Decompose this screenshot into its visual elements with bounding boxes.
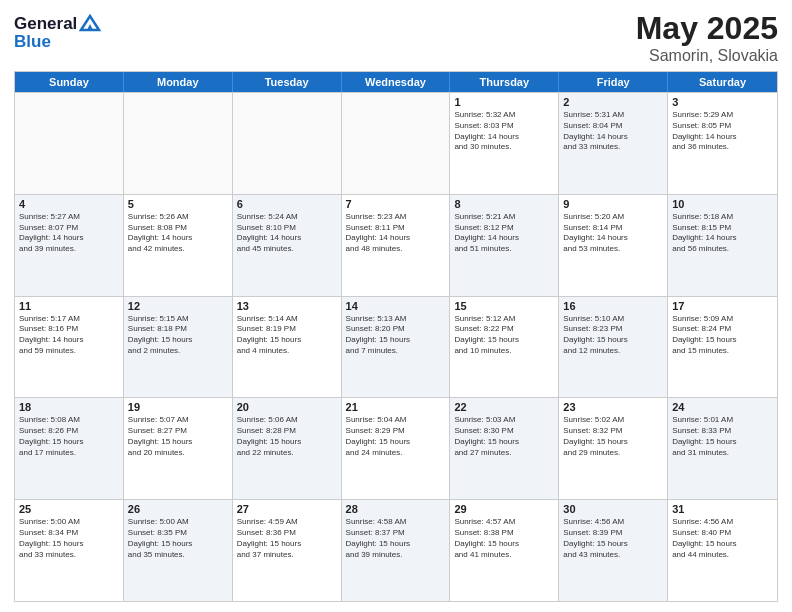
logo-general-text: General [14,14,77,34]
cell-info: Sunrise: 5:23 AM Sunset: 8:11 PM Dayligh… [346,212,446,255]
calendar-cell-r2c5: 16Sunrise: 5:10 AM Sunset: 8:23 PM Dayli… [559,297,668,398]
cell-info: Sunrise: 5:10 AM Sunset: 8:23 PM Dayligh… [563,314,663,357]
calendar-cell-r0c2 [233,93,342,194]
cell-info: Sunrise: 5:32 AM Sunset: 8:03 PM Dayligh… [454,110,554,153]
calendar-header: Sunday Monday Tuesday Wednesday Thursday… [15,72,777,92]
cell-info: Sunrise: 5:00 AM Sunset: 8:34 PM Dayligh… [19,517,119,560]
title-block: May 2025 Samorin, Slovakia [636,10,778,65]
cell-info: Sunrise: 5:03 AM Sunset: 8:30 PM Dayligh… [454,415,554,458]
day-number: 8 [454,198,554,210]
calendar-cell-r0c1 [124,93,233,194]
calendar: Sunday Monday Tuesday Wednesday Thursday… [14,71,778,602]
calendar-cell-r1c2: 6Sunrise: 5:24 AM Sunset: 8:10 PM Daylig… [233,195,342,296]
header: General Blue May 2025 Samorin, Slovakia [14,10,778,65]
day-number: 29 [454,503,554,515]
day-number: 21 [346,401,446,413]
day-number: 17 [672,300,773,312]
calendar-cell-r0c4: 1Sunrise: 5:32 AM Sunset: 8:03 PM Daylig… [450,93,559,194]
calendar-row-0: 1Sunrise: 5:32 AM Sunset: 8:03 PM Daylig… [15,92,777,194]
calendar-cell-r2c6: 17Sunrise: 5:09 AM Sunset: 8:24 PM Dayli… [668,297,777,398]
calendar-cell-r4c6: 31Sunrise: 4:56 AM Sunset: 8:40 PM Dayli… [668,500,777,601]
cell-info: Sunrise: 5:21 AM Sunset: 8:12 PM Dayligh… [454,212,554,255]
day-number: 10 [672,198,773,210]
day-number: 20 [237,401,337,413]
day-number: 23 [563,401,663,413]
day-number: 12 [128,300,228,312]
cell-info: Sunrise: 5:20 AM Sunset: 8:14 PM Dayligh… [563,212,663,255]
day-number: 30 [563,503,663,515]
cell-info: Sunrise: 5:01 AM Sunset: 8:33 PM Dayligh… [672,415,773,458]
day-number: 7 [346,198,446,210]
day-number: 19 [128,401,228,413]
calendar-cell-r4c3: 28Sunrise: 4:58 AM Sunset: 8:37 PM Dayli… [342,500,451,601]
sub-title: Samorin, Slovakia [636,47,778,65]
calendar-cell-r4c1: 26Sunrise: 5:00 AM Sunset: 8:35 PM Dayli… [124,500,233,601]
calendar-cell-r3c4: 22Sunrise: 5:03 AM Sunset: 8:30 PM Dayli… [450,398,559,499]
calendar-cell-r1c6: 10Sunrise: 5:18 AM Sunset: 8:15 PM Dayli… [668,195,777,296]
cell-info: Sunrise: 5:17 AM Sunset: 8:16 PM Dayligh… [19,314,119,357]
day-number: 4 [19,198,119,210]
main-title: May 2025 [636,10,778,47]
cell-info: Sunrise: 4:59 AM Sunset: 8:36 PM Dayligh… [237,517,337,560]
calendar-cell-r0c6: 3Sunrise: 5:29 AM Sunset: 8:05 PM Daylig… [668,93,777,194]
cell-info: Sunrise: 5:26 AM Sunset: 8:08 PM Dayligh… [128,212,228,255]
day-number: 5 [128,198,228,210]
header-saturday: Saturday [668,72,777,92]
calendar-cell-r2c4: 15Sunrise: 5:12 AM Sunset: 8:22 PM Dayli… [450,297,559,398]
calendar-cell-r0c3 [342,93,451,194]
calendar-cell-r0c5: 2Sunrise: 5:31 AM Sunset: 8:04 PM Daylig… [559,93,668,194]
cell-info: Sunrise: 4:58 AM Sunset: 8:37 PM Dayligh… [346,517,446,560]
day-number: 16 [563,300,663,312]
svg-marker-1 [87,24,93,30]
cell-info: Sunrise: 5:06 AM Sunset: 8:28 PM Dayligh… [237,415,337,458]
day-number: 24 [672,401,773,413]
header-sunday: Sunday [15,72,124,92]
page: General Blue May 2025 Samorin, Slovakia … [0,0,792,612]
cell-info: Sunrise: 4:57 AM Sunset: 8:38 PM Dayligh… [454,517,554,560]
calendar-cell-r0c0 [15,93,124,194]
day-number: 1 [454,96,554,108]
day-number: 11 [19,300,119,312]
cell-info: Sunrise: 5:18 AM Sunset: 8:15 PM Dayligh… [672,212,773,255]
calendar-cell-r1c5: 9Sunrise: 5:20 AM Sunset: 8:14 PM Daylig… [559,195,668,296]
calendar-cell-r2c3: 14Sunrise: 5:13 AM Sunset: 8:20 PM Dayli… [342,297,451,398]
day-number: 3 [672,96,773,108]
cell-info: Sunrise: 5:13 AM Sunset: 8:20 PM Dayligh… [346,314,446,357]
day-number: 14 [346,300,446,312]
header-wednesday: Wednesday [342,72,451,92]
cell-info: Sunrise: 5:00 AM Sunset: 8:35 PM Dayligh… [128,517,228,560]
calendar-cell-r3c1: 19Sunrise: 5:07 AM Sunset: 8:27 PM Dayli… [124,398,233,499]
calendar-cell-r2c2: 13Sunrise: 5:14 AM Sunset: 8:19 PM Dayli… [233,297,342,398]
day-number: 15 [454,300,554,312]
calendar-cell-r1c1: 5Sunrise: 5:26 AM Sunset: 8:08 PM Daylig… [124,195,233,296]
logo-blue-text: Blue [14,32,101,52]
day-number: 6 [237,198,337,210]
calendar-cell-r3c2: 20Sunrise: 5:06 AM Sunset: 8:28 PM Dayli… [233,398,342,499]
calendar-row-4: 25Sunrise: 5:00 AM Sunset: 8:34 PM Dayli… [15,499,777,601]
cell-info: Sunrise: 5:31 AM Sunset: 8:04 PM Dayligh… [563,110,663,153]
calendar-row-1: 4Sunrise: 5:27 AM Sunset: 8:07 PM Daylig… [15,194,777,296]
calendar-cell-r2c1: 12Sunrise: 5:15 AM Sunset: 8:18 PM Dayli… [124,297,233,398]
calendar-cell-r3c0: 18Sunrise: 5:08 AM Sunset: 8:26 PM Dayli… [15,398,124,499]
cell-info: Sunrise: 4:56 AM Sunset: 8:39 PM Dayligh… [563,517,663,560]
calendar-cell-r1c4: 8Sunrise: 5:21 AM Sunset: 8:12 PM Daylig… [450,195,559,296]
calendar-body: 1Sunrise: 5:32 AM Sunset: 8:03 PM Daylig… [15,92,777,601]
cell-info: Sunrise: 5:09 AM Sunset: 8:24 PM Dayligh… [672,314,773,357]
cell-info: Sunrise: 5:15 AM Sunset: 8:18 PM Dayligh… [128,314,228,357]
day-number: 26 [128,503,228,515]
calendar-cell-r4c5: 30Sunrise: 4:56 AM Sunset: 8:39 PM Dayli… [559,500,668,601]
day-number: 13 [237,300,337,312]
header-thursday: Thursday [450,72,559,92]
cell-info: Sunrise: 5:07 AM Sunset: 8:27 PM Dayligh… [128,415,228,458]
day-number: 28 [346,503,446,515]
day-number: 18 [19,401,119,413]
cell-info: Sunrise: 4:56 AM Sunset: 8:40 PM Dayligh… [672,517,773,560]
calendar-cell-r3c3: 21Sunrise: 5:04 AM Sunset: 8:29 PM Dayli… [342,398,451,499]
cell-info: Sunrise: 5:08 AM Sunset: 8:26 PM Dayligh… [19,415,119,458]
calendar-cell-r3c5: 23Sunrise: 5:02 AM Sunset: 8:32 PM Dayli… [559,398,668,499]
calendar-cell-r1c3: 7Sunrise: 5:23 AM Sunset: 8:11 PM Daylig… [342,195,451,296]
header-tuesday: Tuesday [233,72,342,92]
cell-info: Sunrise: 5:02 AM Sunset: 8:32 PM Dayligh… [563,415,663,458]
calendar-cell-r2c0: 11Sunrise: 5:17 AM Sunset: 8:16 PM Dayli… [15,297,124,398]
day-number: 25 [19,503,119,515]
